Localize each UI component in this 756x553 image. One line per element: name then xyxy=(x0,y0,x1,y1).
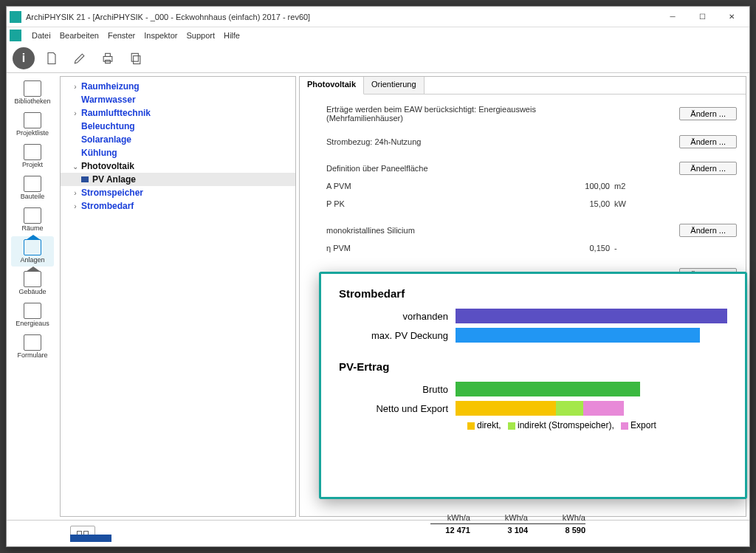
definition-label: Definition über Paneelfläche xyxy=(326,164,548,173)
app-icon xyxy=(10,11,21,23)
ppk-value: 15,00 xyxy=(548,199,614,208)
tab-photovoltaik[interactable]: Photovoltaik xyxy=(300,77,364,95)
silicium-label: monokristallines Silicium xyxy=(326,226,548,235)
chart-title-2: PV-Ertrag xyxy=(339,360,727,373)
bar-brutto xyxy=(456,382,727,396)
statusbar xyxy=(7,520,749,546)
form-icon xyxy=(24,334,41,351)
print-button[interactable] xyxy=(97,47,119,69)
bar-vorhanden-label: vorhanden xyxy=(339,311,456,322)
copy-button[interactable] xyxy=(125,47,147,69)
svg-rect-3 xyxy=(134,55,140,63)
menu-fenster[interactable]: Fenster xyxy=(108,31,135,40)
info-button[interactable]: i xyxy=(13,47,35,69)
tree-panel: ›Raumheizung Warmwasser ›Raumlufttechnik… xyxy=(60,76,296,517)
new-button[interactable] xyxy=(41,47,63,69)
menu-support[interactable]: Support xyxy=(186,31,215,40)
apvm-unit: m2 xyxy=(614,182,636,190)
menu-bearbeiten[interactable]: Bearbeiten xyxy=(60,31,99,40)
cube-icon xyxy=(24,207,41,224)
sidebar: Bibliotheken Projektliste Projekt Bautei… xyxy=(7,73,58,520)
ppk-unit: kW xyxy=(614,199,636,208)
bar-brutto-label: Brutto xyxy=(339,384,456,395)
pv-node-icon xyxy=(81,176,89,182)
tree-strombedarf[interactable]: ›Strombedarf xyxy=(61,199,295,213)
bar-deckung-label: max. PV Deckung xyxy=(339,330,456,341)
close-button[interactable]: ✕ xyxy=(717,8,746,26)
npvm-label: η PVM xyxy=(326,244,548,253)
menubar: Datei Bearbeiten Fenster Inspektor Suppo… xyxy=(7,27,749,44)
tree-raumlufttechnik[interactable]: ›Raumlufttechnik xyxy=(61,106,295,120)
house-icon xyxy=(24,239,41,255)
change-eaw-button[interactable]: Ändern ... xyxy=(679,107,737,120)
bar-netto xyxy=(456,401,727,416)
menu-hilfe[interactable]: Hilfe xyxy=(224,31,240,40)
eaw-label: Erträge werden beim EAW berücksichtigt: … xyxy=(326,105,548,123)
box-icon xyxy=(24,176,41,192)
svg-rect-1 xyxy=(106,53,111,56)
folder-icon xyxy=(24,144,41,160)
svg-rect-4 xyxy=(131,53,138,61)
bar-deckung xyxy=(456,328,727,343)
tree-pv-anlage[interactable]: PV Anlage xyxy=(61,173,295,186)
chart-overlay: Strombedarf vorhanden max. PV Deckung PV… xyxy=(319,272,747,499)
svg-rect-0 xyxy=(103,56,112,61)
npvm-value: 0,150 xyxy=(548,244,614,253)
window-title: ArchiPHYSIK 21 - [ArchiPHYSIK - _000 - E… xyxy=(26,13,658,21)
sidebar-energieausweis[interactable]: Energieaus xyxy=(11,300,54,330)
energy-icon xyxy=(24,303,41,319)
chart-title-1: Strombedarf xyxy=(339,287,727,300)
bar-netto-label: Netto und Export xyxy=(339,403,456,414)
bar-vorhanden xyxy=(456,309,727,323)
ppk-label: P PK xyxy=(326,199,548,208)
toolbar: i xyxy=(7,44,749,73)
tree-warmwasser[interactable]: Warmwasser xyxy=(61,93,295,106)
tree-stromspeicher[interactable]: ›Stromspeicher xyxy=(61,186,295,199)
change-strombezug-button[interactable]: Ändern ... xyxy=(679,135,737,148)
sidebar-bibliotheken[interactable]: Bibliotheken xyxy=(11,78,54,108)
npvm-unit: - xyxy=(614,244,636,253)
tree-solaranlage[interactable]: Solaranlage xyxy=(61,133,295,146)
tree-kuehlung[interactable]: Kühlung xyxy=(61,146,295,159)
sidebar-raeume[interactable]: Räume xyxy=(11,205,54,235)
sidebar-formulare[interactable]: Formulare xyxy=(11,332,54,362)
edit-button[interactable] xyxy=(69,47,91,69)
minimize-button[interactable]: ─ xyxy=(658,8,687,26)
sidebar-projektliste[interactable]: Projektliste xyxy=(11,109,54,140)
sidebar-anlagen[interactable]: Anlagen xyxy=(11,236,54,267)
apvm-value: 100,00 xyxy=(548,182,614,190)
tree-beleuchtung[interactable]: Beleuchtung xyxy=(61,120,295,133)
summary-values: kWh/akWh/akWh/a 12 4713 1048 590 xyxy=(430,513,585,535)
change-definition-button[interactable]: Ändern ... xyxy=(679,162,737,175)
building-icon xyxy=(24,271,41,287)
apvm-label: A PVM xyxy=(326,182,548,190)
progress-indicator xyxy=(70,535,111,542)
strombezug-label: Strombezug: 24h-Nutzung xyxy=(326,137,548,146)
tab-orientierung[interactable]: Orientierung xyxy=(364,77,425,95)
app-menu-icon xyxy=(10,30,21,41)
change-silicium-button[interactable]: Ändern ... xyxy=(679,224,737,237)
titlebar: ArchiPHYSIK 21 - [ArchiPHYSIK - _000 - E… xyxy=(7,7,749,27)
sidebar-projekt[interactable]: Projekt xyxy=(11,141,54,171)
chart-legend: direkt, indirekt (Stromspeicher), Export xyxy=(463,420,727,430)
maximize-button[interactable]: ☐ xyxy=(687,8,717,26)
sidebar-gebaeude[interactable]: Gebäude xyxy=(11,268,54,298)
menu-datei[interactable]: Datei xyxy=(32,31,51,40)
menu-inspektor[interactable]: Inspektor xyxy=(144,31,177,40)
tree-photovoltaik[interactable]: ⌄Photovoltaik xyxy=(61,159,295,173)
sidebar-bauteile[interactable]: Bauteile xyxy=(11,173,54,203)
books-icon xyxy=(24,80,41,97)
list-icon xyxy=(24,112,41,128)
tree-raumheizung[interactable]: ›Raumheizung xyxy=(61,80,295,93)
